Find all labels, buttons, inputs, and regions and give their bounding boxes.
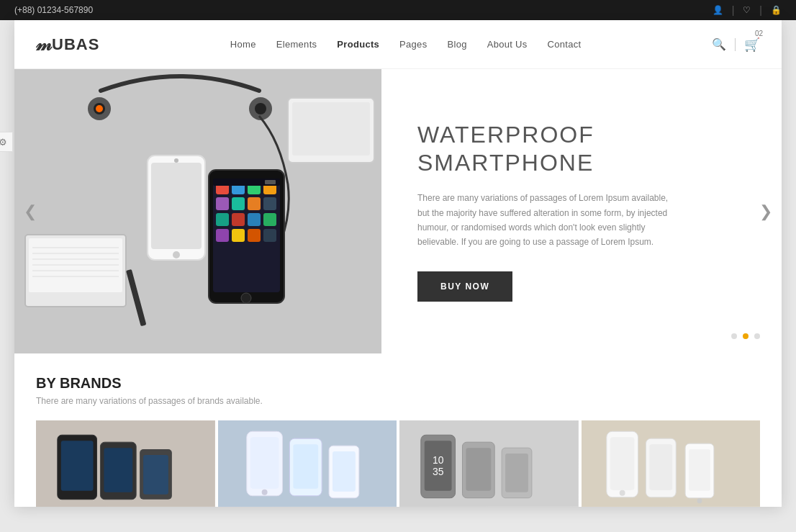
next-arrow-icon: ❯ — [759, 202, 772, 220]
nav-about[interactable]: About Us — [487, 39, 528, 50]
svg-rect-39 — [265, 180, 276, 184]
brand-card-2[interactable] — [218, 420, 397, 507]
svg-rect-64 — [466, 448, 491, 491]
svg-rect-37 — [263, 229, 276, 242]
svg-rect-26 — [216, 197, 229, 210]
nav-home[interactable]: Home — [230, 39, 256, 50]
cart-wrapper[interactable]: 02 🛒 — [744, 37, 760, 53]
devices-scene — [14, 69, 381, 353]
svg-rect-49 — [143, 455, 168, 495]
svg-rect-69 — [610, 437, 634, 490]
slider-prev-button[interactable]: ❮ — [20, 199, 40, 225]
brand-card-1-inner — [36, 420, 215, 507]
divider-2: | — [759, 4, 762, 16]
settings-button[interactable]: ⚙ — [0, 132, 13, 152]
svg-rect-30 — [216, 213, 229, 226]
brand-card-1-svg — [36, 420, 215, 507]
svg-rect-66 — [505, 454, 528, 492]
svg-rect-27 — [232, 197, 245, 210]
slider-dots — [731, 333, 760, 339]
prev-arrow-icon: ❮ — [24, 202, 37, 220]
svg-rect-72 — [649, 444, 672, 490]
svg-point-53 — [261, 490, 267, 495]
divider-1: | — [732, 4, 735, 16]
slider-dot-1[interactable] — [731, 333, 737, 339]
brand-card-1[interactable] — [36, 420, 215, 507]
svg-rect-17 — [151, 163, 202, 249]
svg-text:35: 35 — [433, 466, 444, 477]
main-nav: Home Elements Products Pages Blog About … — [230, 39, 582, 50]
svg-point-40 — [241, 293, 251, 303]
brands-section: BY BRANDS There are many variations of p… — [14, 353, 782, 507]
buy-now-button[interactable]: BUY NOW — [417, 271, 512, 302]
hero-image-panel — [14, 69, 381, 353]
settings-icon: ⚙ — [0, 137, 7, 148]
svg-point-18 — [173, 251, 180, 258]
nav-products[interactable]: Products — [337, 39, 379, 50]
brand-card-4-svg — [582, 420, 761, 507]
main-container: ⚙ 𝓂 UBAS Home Elements Products Pages Bl… — [14, 20, 782, 507]
svg-rect-33 — [263, 213, 276, 226]
brand-card-4[interactable] — [582, 420, 761, 507]
svg-point-70 — [619, 490, 625, 496]
devices-svg — [14, 69, 381, 353]
svg-rect-74 — [689, 449, 710, 491]
hero-title: WATERPROOF SMARTPHONE — [417, 121, 746, 176]
brand-cards: 10 35 — [36, 420, 760, 507]
nav-elements[interactable]: Elements — [276, 39, 317, 50]
svg-point-14 — [96, 105, 103, 112]
slider-next-button[interactable]: ❯ — [756, 199, 776, 225]
svg-rect-29 — [263, 197, 276, 210]
brands-title: BY BRANDS — [36, 375, 760, 392]
lock-icon[interactable]: 🔒 — [771, 5, 782, 15]
brands-subtitle: There are many variations of passages of… — [36, 396, 760, 406]
svg-rect-34 — [216, 229, 229, 242]
phone-number: (+88) 01234-567890 — [14, 5, 93, 15]
header-right: 🔍 02 🛒 — [712, 37, 760, 53]
nav-pages[interactable]: Pages — [399, 39, 427, 50]
brand-card-3-inner: 10 35 — [399, 420, 579, 507]
search-icon[interactable]: 🔍 — [712, 37, 726, 51]
brand-card-4-inner — [582, 420, 761, 507]
svg-rect-36 — [248, 229, 261, 242]
nav-blog[interactable]: Blog — [447, 39, 466, 50]
logo[interactable]: 𝓂 UBAS — [36, 33, 99, 55]
nav-contact[interactable]: Contact — [548, 39, 582, 50]
brand-card-2-inner — [218, 420, 397, 507]
header: 𝓂 UBAS Home Elements Products Pages Blog… — [14, 20, 782, 69]
hero-slider: ❮ — [14, 69, 782, 353]
header-divider — [735, 38, 736, 51]
slider-dot-3[interactable] — [754, 333, 760, 339]
svg-point-19 — [174, 158, 178, 163]
slider-dot-2[interactable] — [743, 333, 748, 339]
heart-icon[interactable]: ♡ — [743, 5, 751, 15]
svg-rect-55 — [293, 444, 318, 489]
svg-rect-42 — [292, 102, 370, 155]
brand-card-2-svg — [218, 420, 397, 507]
svg-rect-35 — [232, 229, 245, 242]
svg-rect-28 — [248, 197, 261, 210]
svg-point-13 — [255, 103, 266, 114]
svg-rect-32 — [248, 213, 261, 226]
logo-text: UBAS — [52, 35, 99, 54]
cart-icon[interactable]: 🛒 — [744, 37, 760, 52]
hero-content: WATERPROOF SMARTPHONE There are many var… — [381, 69, 782, 353]
logo-s: 𝓂 — [36, 33, 52, 55]
brand-card-3[interactable]: 10 35 — [399, 420, 579, 507]
svg-point-75 — [697, 498, 702, 503]
svg-rect-45 — [61, 441, 94, 491]
svg-text:10: 10 — [433, 454, 444, 466]
cart-badge: 02 — [755, 30, 763, 37]
user-icon[interactable]: 👤 — [713, 5, 723, 15]
svg-rect-31 — [232, 213, 245, 226]
brand-card-3-svg: 10 35 — [399, 420, 579, 507]
top-bar: (+88) 01234-567890 👤 | ♡ | 🔒 — [0, 0, 796, 20]
top-bar-icons: 👤 | ♡ | 🔒 — [713, 4, 782, 16]
svg-rect-47 — [104, 448, 132, 492]
svg-rect-57 — [333, 451, 356, 492]
hero-description: There are many variations of passages of… — [417, 191, 677, 250]
svg-rect-52 — [250, 437, 279, 489]
